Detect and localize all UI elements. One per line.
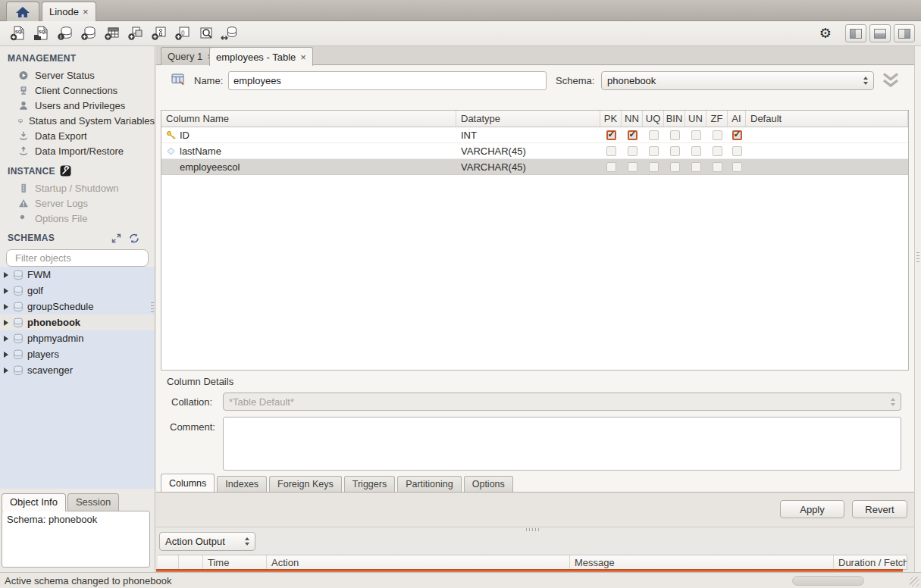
checkbox-un[interactable] [691, 162, 701, 172]
schema-combobox[interactable]: phonebook [601, 71, 874, 90]
schema-item-golf[interactable]: golf [0, 283, 155, 299]
tab-session[interactable]: Session [67, 493, 119, 511]
checkbox-uq[interactable] [649, 146, 659, 156]
schema-item-fwm[interactable]: FWM [0, 267, 155, 283]
schema-inspector-icon[interactable]: i [53, 23, 77, 43]
checkbox-bin[interactable] [670, 162, 680, 172]
preferences-gear-icon[interactable]: ⚙ [819, 27, 832, 40]
sidebar-item-data-import[interactable]: Data Import/Restore [0, 143, 155, 158]
checkbox-zf[interactable] [713, 130, 722, 140]
toggle-left-panel-icon[interactable] [845, 24, 866, 42]
header-zf[interactable]: ZF [706, 111, 728, 127]
sidebar-item-options-file[interactable]: Options File [0, 211, 155, 226]
sidebar-item-client-connections[interactable]: Client Connections [0, 83, 155, 98]
toggle-bottom-panel-icon[interactable] [869, 24, 891, 42]
schema-item-phpmyadmin[interactable]: phpmyadmin [0, 330, 155, 346]
header-ai[interactable]: AI [728, 111, 746, 127]
expander-icon[interactable] [4, 352, 8, 358]
checkbox-bin[interactable] [670, 130, 680, 140]
schema-item-players[interactable]: players [0, 346, 155, 362]
schema-item-phonebook[interactable]: phonebook [0, 314, 155, 330]
schema-item-groupschedule[interactable]: groupSchedule [0, 299, 155, 314]
refresh-schemas-icon[interactable] [129, 233, 139, 243]
checkbox-pk[interactable] [606, 130, 616, 140]
column-row-lastname[interactable]: lastName VARCHAR(45) [161, 143, 908, 159]
header-duration-fetch[interactable]: Duration / Fetch [834, 555, 907, 569]
output-selector[interactable]: Action Output [159, 532, 255, 551]
close-icon[interactable]: × [83, 6, 89, 17]
new-table-icon[interactable] [100, 23, 124, 43]
collation-combobox[interactable]: *Table Default* [223, 393, 901, 411]
checkbox-uq[interactable] [649, 130, 659, 140]
revert-button[interactable]: Revert [852, 500, 907, 518]
sidebar-item-server-logs[interactable]: Server Logs [0, 195, 155, 211]
resize-grip-icon[interactable] [910, 577, 919, 586]
apply-button[interactable]: Apply [780, 500, 844, 518]
header-uq[interactable]: UQ [643, 111, 664, 127]
column-row-id[interactable]: ID INT [161, 127, 908, 143]
header-time[interactable]: Time [203, 555, 267, 569]
new-view-icon[interactable] [124, 23, 147, 43]
search-table-data-icon[interactable] [194, 23, 218, 43]
header-message[interactable]: Message [570, 555, 834, 569]
checkbox-ai[interactable] [732, 130, 742, 140]
header-bin[interactable]: BIN [664, 111, 685, 127]
right-splitter-handle[interactable] [916, 252, 919, 264]
sidebar-item-users-privileges[interactable]: Users and Privileges [0, 98, 155, 113]
column-row-employeescol[interactable]: employeescol VARCHAR(45) [161, 159, 908, 175]
checkbox-nn[interactable] [628, 130, 637, 140]
new-sql-tab-icon[interactable]: SQL [6, 23, 30, 43]
checkbox-un[interactable] [691, 146, 701, 156]
schema-filter-input[interactable] [15, 252, 149, 264]
tab-partitioning[interactable]: Partitioning [397, 476, 462, 492]
table-name-input[interactable] [228, 71, 547, 90]
checkbox-pk[interactable] [606, 146, 616, 156]
chevron-double-down-icon[interactable] [880, 72, 901, 89]
checkbox-un[interactable] [691, 130, 701, 140]
checkbox-bin[interactable] [670, 146, 680, 156]
checkbox-nn[interactable] [628, 162, 637, 172]
new-schema-icon[interactable] [77, 23, 100, 43]
tab-triggers[interactable]: Triggers [344, 476, 395, 492]
tab-object-info[interactable]: Object Info [2, 493, 66, 511]
header-datatype[interactable]: Datatype [456, 111, 600, 127]
header-nn[interactable]: NN [622, 111, 643, 127]
expand-schemas-icon[interactable] [111, 233, 121, 243]
new-function-icon[interactable]: () [171, 23, 194, 43]
sidebar-item-data-export[interactable]: Data Export [0, 128, 155, 143]
output-splitter-handle[interactable] [526, 528, 540, 531]
reconnect-dbms-icon[interactable] [218, 23, 241, 43]
sidebar-item-startup-shutdown[interactable]: Startup / Shutdown [0, 180, 155, 195]
sidebar-splitter-handle[interactable] [151, 302, 154, 314]
checkbox-ai[interactable] [732, 146, 742, 156]
checkbox-nn[interactable] [628, 146, 637, 156]
tab-foreign-keys[interactable]: Foreign Keys [269, 476, 342, 492]
header-default[interactable]: Default [746, 111, 908, 127]
tab-indexes[interactable]: Indexes [217, 476, 267, 492]
expander-icon[interactable] [4, 368, 8, 374]
expander-icon[interactable] [4, 320, 8, 326]
header-column-name[interactable]: Column Name [161, 111, 456, 127]
home-tab[interactable] [6, 2, 39, 21]
tab-employees-table[interactable]: employees - Table × [209, 47, 313, 66]
checkbox-ai[interactable] [732, 162, 742, 172]
schema-item-scavenger[interactable]: scavenger [0, 362, 155, 378]
toggle-right-panel-icon[interactable] [894, 24, 915, 42]
expander-icon[interactable] [4, 304, 8, 310]
expander-icon[interactable] [4, 272, 8, 278]
tab-options[interactable]: Options [464, 476, 513, 492]
expander-icon[interactable] [4, 336, 8, 342]
checkbox-pk[interactable] [606, 162, 616, 172]
tab-columns[interactable]: Columns [161, 474, 215, 492]
sidebar-item-system-variables[interactable]: Status and System Variables [0, 113, 155, 128]
checkbox-uq[interactable] [649, 162, 659, 172]
new-procedure-icon[interactable] [147, 23, 171, 43]
right-panel-splitter[interactable] [914, 46, 921, 572]
header-action[interactable]: Action [267, 555, 570, 569]
expander-icon[interactable] [4, 288, 8, 294]
close-icon[interactable]: × [300, 52, 306, 63]
checkbox-zf[interactable] [713, 146, 722, 156]
header-pk[interactable]: PK [600, 111, 622, 127]
connection-tab-linode[interactable]: Linode × [42, 2, 96, 21]
sidebar-item-server-status[interactable]: Server Status [0, 67, 155, 83]
